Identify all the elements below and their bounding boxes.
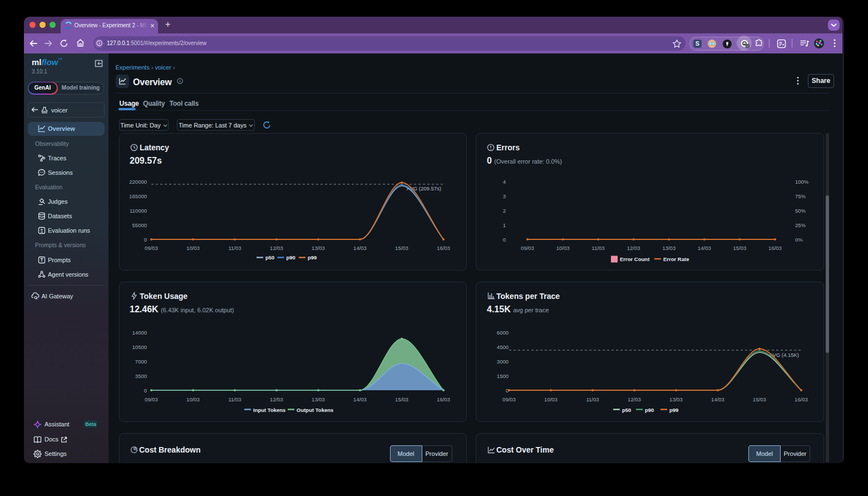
svg-text:2: 2: [503, 207, 506, 213]
svg-text:09/03: 09/03: [521, 244, 534, 251]
svg-text:13/03: 13/03: [312, 396, 325, 402]
svg-text:p50: p50: [265, 254, 274, 261]
svg-text:16/03: 16/03: [795, 396, 808, 402]
svg-text:4: 4: [503, 178, 506, 184]
svg-text:6000: 6000: [497, 329, 509, 335]
svg-text:14/03: 14/03: [711, 396, 724, 402]
svg-text:12/03: 12/03: [270, 396, 283, 402]
svg-text:13/03: 13/03: [312, 244, 325, 251]
svg-text:Error Rate: Error Rate: [663, 256, 689, 262]
svg-text:Input Tokens: Input Tokens: [253, 406, 285, 412]
svg-text:110000: 110000: [130, 207, 147, 213]
svg-text:12/03: 12/03: [628, 396, 641, 402]
svg-text:11/03: 11/03: [586, 396, 599, 402]
svg-text:1: 1: [503, 222, 506, 228]
svg-text:10/03: 10/03: [186, 244, 200, 251]
svg-text:0: 0: [144, 387, 147, 393]
svg-text:3: 3: [503, 193, 506, 199]
svg-text:4500: 4500: [497, 343, 509, 350]
svg-text:25%: 25%: [795, 222, 806, 228]
svg-text:15/03: 15/03: [395, 244, 408, 251]
svg-text:p50: p50: [622, 406, 631, 412]
svg-text:14000: 14000: [132, 329, 147, 335]
svg-text:0: 0: [503, 236, 506, 242]
svg-text:10/03: 10/03: [544, 396, 558, 402]
svg-text:Error Count: Error Count: [620, 256, 650, 262]
svg-text:14/03: 14/03: [698, 244, 711, 251]
svg-text:0%: 0%: [795, 236, 803, 242]
svg-text:16/03: 16/03: [437, 244, 450, 251]
svg-text:09/03: 09/03: [502, 396, 516, 402]
svg-text:12/03: 12/03: [627, 244, 640, 251]
svg-text:13/03: 13/03: [669, 396, 683, 402]
svg-text:14/03: 14/03: [353, 396, 367, 402]
svg-text:Output Tokens: Output Tokens: [297, 406, 333, 412]
svg-text:0: 0: [144, 236, 147, 242]
svg-text:3500: 3500: [135, 372, 147, 379]
svg-text:1500: 1500: [497, 372, 509, 379]
svg-text:13/03: 13/03: [662, 244, 675, 251]
svg-text:16/03: 16/03: [768, 244, 782, 251]
svg-text:55000: 55000: [132, 222, 147, 228]
svg-text:11/03: 11/03: [592, 244, 605, 251]
svg-text:7000: 7000: [135, 358, 147, 364]
svg-text:15/03: 15/03: [733, 244, 747, 251]
svg-text:10/03: 10/03: [556, 244, 570, 251]
svg-text:12/03: 12/03: [270, 244, 283, 251]
svg-text:09/03: 09/03: [145, 396, 158, 402]
svg-text:3000: 3000: [497, 358, 509, 364]
svg-text:15/03: 15/03: [395, 396, 408, 402]
svg-text:p99: p99: [308, 254, 317, 261]
svg-text:10500: 10500: [132, 343, 147, 350]
svg-text:75%: 75%: [795, 193, 806, 199]
svg-text:165000: 165000: [129, 193, 147, 199]
svg-text:220000: 220000: [129, 178, 147, 184]
svg-text:11/03: 11/03: [228, 396, 241, 402]
svg-text:14/03: 14/03: [353, 244, 367, 251]
svg-text:11/03: 11/03: [228, 244, 241, 251]
svg-text:15/03: 15/03: [753, 396, 766, 402]
svg-text:100%: 100%: [795, 178, 809, 184]
svg-text:09/03: 09/03: [145, 244, 158, 251]
svg-text:16/03: 16/03: [437, 396, 450, 402]
svg-text:50%: 50%: [795, 207, 806, 213]
svg-text:p90: p90: [645, 406, 654, 412]
svg-text:10/03: 10/03: [186, 396, 200, 402]
svg-text:p99: p99: [669, 406, 678, 412]
svg-text:p90: p90: [287, 254, 295, 261]
